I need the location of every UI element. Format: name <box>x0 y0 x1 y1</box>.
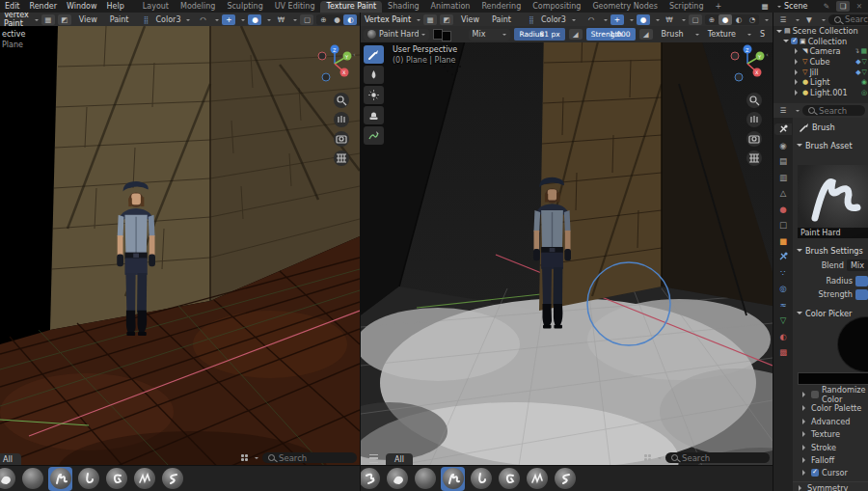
tool-annotate[interactable] <box>364 126 384 145</box>
brush-thumbnail[interactable] <box>0 467 16 491</box>
tab-uv-editing[interactable]: UV Editing <box>269 1 321 13</box>
view-menu[interactable]: View <box>456 15 484 24</box>
panel-brush-settings[interactable]: Brush Settings <box>797 244 863 257</box>
texture-menu[interactable]: Texture <box>703 30 741 39</box>
vertex-mask-icon[interactable]: ◩ <box>440 14 453 25</box>
panel-color-palette[interactable]: Color Palette <box>800 402 861 414</box>
shading-solid-icon[interactable]: ● <box>719 14 732 25</box>
tab-material[interactable]: ◐ <box>774 331 792 342</box>
shelf-menu-icon[interactable] <box>366 453 380 464</box>
display-size-icon[interactable] <box>644 454 651 461</box>
tool-draw-brush[interactable] <box>364 45 384 64</box>
shading-material-icon[interactable]: ◐ <box>732 14 746 25</box>
color-attribute-selector[interactable]: Color3 <box>156 15 181 24</box>
pin-icon[interactable]: ✎ <box>820 1 833 12</box>
panel-texture[interactable]: Texture <box>800 428 840 440</box>
proportional-edit-icon[interactable]: ● <box>637 14 650 25</box>
shelf-search-left[interactable]: Search <box>262 452 357 463</box>
vertex-mask-icon[interactable]: ◩ <box>58 14 71 25</box>
tab-object[interactable]: ■ <box>774 235 792 247</box>
expand-icon[interactable] <box>795 48 800 54</box>
panel-color-picker[interactable]: Color Picker <box>797 307 852 319</box>
snap-icon[interactable]: ₩ <box>274 14 287 25</box>
outliner-row-camera[interactable]: ◥ Camera ↴▦ <box>773 46 868 57</box>
brush-thumbnail[interactable] <box>413 467 437 491</box>
tab-render[interactable]: ◉ <box>774 140 792 151</box>
stroke-menu[interactable]: S <box>755 30 770 39</box>
proportional-edit-icon[interactable]: ● <box>248 14 261 25</box>
panel-brush-asset[interactable]: Brush Asset <box>793 139 868 151</box>
menu-window[interactable]: Window <box>62 2 102 11</box>
editor-type-icon[interactable]: ☰ <box>776 105 790 116</box>
cursor-checkbox[interactable] <box>811 469 819 477</box>
tab-modeling[interactable]: Modeling <box>175 1 221 13</box>
expand-icon[interactable] <box>795 59 800 65</box>
panel-advanced[interactable]: Advanced <box>800 416 850 427</box>
brush-thumbnail[interactable] <box>525 467 549 491</box>
scene-icon[interactable]: ▦ <box>758 1 772 12</box>
brush-preview[interactable]: Paint Hard <box>798 165 868 238</box>
collection-checkbox[interactable] <box>791 38 798 44</box>
brush-thumbnail[interactable] <box>76 467 100 491</box>
brush-selector[interactable]: Paint Hard <box>364 29 429 41</box>
expand-icon[interactable] <box>795 90 800 95</box>
symmetry-icon[interactable]: + <box>610 14 624 25</box>
strength-slider[interactable]: Strength 1.000 <box>586 28 636 41</box>
tab-geometry-nodes[interactable]: Geometry Nodes <box>586 1 663 13</box>
outliner-row-collection[interactable]: ▣ Collection <box>773 37 868 47</box>
viewport-left[interactable]: Vertex Paint ▦ ◩ View Paint ⣿ Color3 ◠ +… <box>0 13 360 491</box>
brush-thumbnail-selected[interactable] <box>48 467 72 491</box>
radius-pressure-icon[interactable]: ◢ <box>569 29 583 40</box>
tab-animation[interactable]: Animation <box>425 1 476 13</box>
tab-layout[interactable]: Layout <box>137 1 175 13</box>
brush-thumbnail[interactable] <box>20 467 44 491</box>
radius-slider[interactable]: Radius 81 px <box>514 28 564 41</box>
tab-object-data[interactable]: ▽ <box>774 314 792 326</box>
tool-clone[interactable] <box>364 106 384 124</box>
color-wheel[interactable] <box>838 317 868 371</box>
shading-material-icon[interactable]: ◐ <box>343 14 357 25</box>
panel-falloff[interactable]: Falloff <box>800 454 834 466</box>
tab-scene[interactable]: △ <box>774 187 792 199</box>
brush-thumbnail[interactable] <box>553 467 577 491</box>
panel-symmetry[interactable]: Symmetry <box>793 481 868 491</box>
tab-collection[interactable]: □ <box>774 219 792 231</box>
tab-shading[interactable]: Shading <box>382 1 425 13</box>
paint-mask-icon[interactable]: ▦ <box>41 14 55 25</box>
brush-thumbnail[interactable] <box>361 467 381 491</box>
tool-soften[interactable] <box>364 66 384 84</box>
new-scene-icon[interactable]: ❏ <box>836 1 850 12</box>
view-menu[interactable]: View <box>74 15 102 24</box>
brush-thumbnail[interactable] <box>132 467 156 491</box>
left-3d-scene[interactable]: ZYX ‹ <box>0 26 360 491</box>
menu-help[interactable]: Help <box>102 2 129 11</box>
right-3d-scene[interactable]: ZYX ‹ <box>361 26 773 491</box>
properties-search[interactable]: Search <box>802 105 865 116</box>
tab-scripting[interactable]: Scripting <box>664 1 710 13</box>
tab-world[interactable]: ● <box>774 204 792 215</box>
randomize-color-checkbox[interactable] <box>811 391 819 398</box>
brush-thumbnail[interactable] <box>385 467 409 491</box>
snap-icon[interactable]: ₩ <box>663 14 676 25</box>
falloff-icon[interactable]: ◠ <box>584 14 598 25</box>
outliner-row-light[interactable]: ● Light ◉ <box>773 77 868 88</box>
paint-mask-icon[interactable]: ▦ <box>423 14 437 25</box>
brush-thumbnail[interactable] <box>160 467 184 491</box>
mode-selector[interactable]: Vertex Paint <box>4 13 29 28</box>
shading-solid-icon[interactable]: ● <box>330 14 343 25</box>
color-value-bar[interactable] <box>798 372 868 385</box>
shading-wireframe-icon[interactable]: ⊕ <box>705 14 719 25</box>
tab-output[interactable]: ▤ <box>774 155 792 167</box>
filter-icon[interactable]: ▼ <box>802 14 816 25</box>
outliner-search[interactable]: Search <box>828 14 868 25</box>
tab-view-layer[interactable]: ▥ <box>774 172 792 183</box>
add-workspace-button[interactable]: + <box>709 1 727 13</box>
outliner-row-scene-collection[interactable]: ▤ Scene Collection <box>773 26 868 37</box>
brush-thumbnail-selected[interactable] <box>441 467 465 491</box>
color-attribute-selector[interactable]: Color3 <box>541 15 566 24</box>
expand-icon[interactable] <box>795 69 800 75</box>
display-size-icon[interactable] <box>241 454 248 461</box>
blend-dropdown[interactable]: Mix <box>847 259 868 271</box>
overlay-icon[interactable]: ▢ <box>300 14 313 25</box>
menu-edit[interactable]: Edit <box>0 2 25 11</box>
